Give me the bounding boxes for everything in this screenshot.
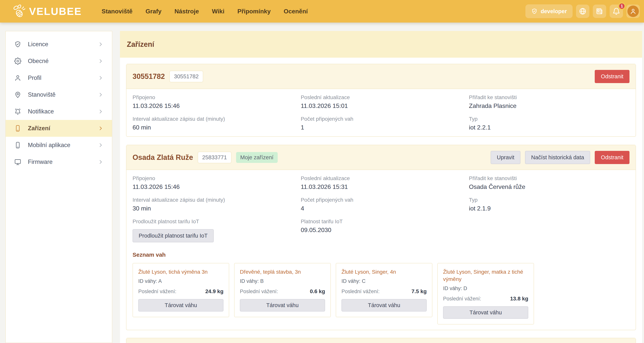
extend-tariff-button[interactable]: Prodloužit platnost tarifu IoT <box>132 229 214 242</box>
chevron-right-icon <box>98 75 104 81</box>
nav-item-wiki[interactable]: Wiki <box>212 8 224 15</box>
tare-scale-button[interactable]: Tárovat váhu <box>240 299 325 312</box>
device-field: Interval aktualizace zápisu dat (minuty)… <box>132 197 293 212</box>
sidebar-item-profil[interactable]: Profil <box>6 70 112 86</box>
field-label: Připojeno <box>132 94 293 100</box>
tare-scale-button[interactable]: Tárovat váhu <box>443 306 528 319</box>
sidebar-item-label: Firmware <box>28 158 91 166</box>
logo[interactable]: VeluBee <box>12 4 82 19</box>
smartphone-icon <box>14 142 22 149</box>
device-code-badge: 30551782 <box>170 71 203 82</box>
sidebar-item-label: Notifikace <box>28 108 91 115</box>
device-card-header: Osada Zlatá Ruže 25833771 Moje zařízení … <box>126 145 636 170</box>
nav-item-stanoviste[interactable]: Stanoviště <box>102 8 132 15</box>
chevron-right-icon <box>98 92 104 98</box>
field-value: 11.03.2026 15:46 <box>132 102 293 110</box>
account-button[interactable] <box>626 4 640 18</box>
language-button[interactable] <box>576 4 590 18</box>
device-card-header: U koní 52057843 Odstranit <box>126 338 636 343</box>
nav-item-nastroje[interactable]: Nástroje <box>174 8 199 15</box>
field-label: Prodloužit platnost tarifu IoT <box>132 218 293 224</box>
developer-badge-label: developer <box>541 8 567 14</box>
device-field: Připojeno 11.03.2026 15:46 <box>132 94 293 110</box>
page-title: Zařízení <box>127 40 154 48</box>
device-card-header: 30551782 30551782 Odstranit <box>126 64 636 88</box>
news-button[interactable] <box>593 4 606 18</box>
scale-id: ID váhy: B <box>240 278 325 284</box>
delete-device-button[interactable]: Odstranit <box>595 151 630 164</box>
scale-id: ID váhy: C <box>342 278 427 284</box>
chevron-right-icon <box>98 142 104 148</box>
sidebar-item-mobilni-aplikace[interactable]: Mobilní aplikace <box>6 137 112 154</box>
last-weighing-value: 0.6 kg <box>310 288 325 294</box>
field-value: 30 min <box>132 205 293 212</box>
last-weighing-label: Poslední vážení: <box>342 288 380 294</box>
map-pin-icon <box>14 91 22 98</box>
field-label: Počet připojených vah <box>301 116 462 122</box>
device-field: Přiřadit ke stanovišti Osada Červená růž… <box>469 175 630 190</box>
scales-list: Žluté Lyson, tichá výměna 3n ID váhy: A … <box>132 263 630 324</box>
tare-scale-button[interactable]: Tárovat váhu <box>342 299 427 312</box>
device-field: Typ iot 2.1.9 <box>469 197 630 212</box>
sidebar-item-label: Licence <box>28 41 91 48</box>
device-card: U koní 52057843 Odstranit <box>126 338 636 343</box>
bee-logo-icon <box>12 4 27 19</box>
chevron-right-icon <box>98 42 104 47</box>
nav-item-oceneni[interactable]: Ocenění <box>284 8 308 15</box>
device-card: Osada Zlatá Ruže 25833771 Moje zařízení … <box>126 145 636 330</box>
field-label: Poslední aktualizace <box>301 94 462 100</box>
globe-icon <box>579 7 587 15</box>
delete-device-button[interactable]: Odstranit <box>595 70 630 83</box>
last-weighing-label: Poslední vážení: <box>443 296 481 302</box>
devices-list: 30551782 30551782 Odstranit Připojeno 11… <box>120 64 642 343</box>
load-history-button[interactable]: Načíst historická data <box>525 151 590 164</box>
tare-scale-button[interactable]: Tárovat váhu <box>138 299 224 312</box>
device-code-badge: 25833771 <box>198 152 232 163</box>
avatar <box>628 6 639 17</box>
last-weighing-value: 7.5 kg <box>412 288 427 294</box>
last-weighing-value: 13.8 kg <box>510 296 528 302</box>
gear-icon <box>14 58 22 65</box>
nav-item-pripominky[interactable]: Připomínky <box>238 8 271 15</box>
sidebar-item-notifikace[interactable]: Notifikace <box>6 103 112 120</box>
last-weighing-value: 24.9 kg <box>205 288 224 294</box>
device-field: Typ iot 2.2.1 <box>469 116 630 131</box>
sidebar-item-licence[interactable]: Licence <box>6 36 112 53</box>
tariff-extend-block: Prodloužit platnost tarifu IoT Prodlouži… <box>132 218 293 242</box>
topbar: VeluBee Stanoviště Grafy Nástroje Wiki P… <box>0 0 644 22</box>
notifications-button[interactable]: 1 <box>610 4 623 18</box>
field-label: Interval aktualizace zápisu dat (minuty) <box>132 116 293 122</box>
scale-name: Žluté Lyson, tichá výměna 3n <box>138 268 224 276</box>
scale-card: Žluté Lyson, Singer, matka z tiché výměn… <box>437 263 534 324</box>
scales-heading: Seznam vah <box>132 252 630 258</box>
field-label: Typ <box>469 116 630 122</box>
scale-name: Žluté Lyson, Singer, matka z tiché výměn… <box>443 268 528 283</box>
sidebar-item-zarizeni[interactable]: Zařízení <box>6 120 112 137</box>
sidebar-item-firmware[interactable]: Firmware <box>6 154 112 170</box>
device-name: Osada Zlatá Ruže <box>132 153 193 162</box>
news-icon <box>596 7 604 15</box>
device-field: Poslední aktualizace 11.03.2026 15:01 <box>301 94 462 110</box>
field-label: Počet připojených vah <box>301 197 462 203</box>
field-label: Připojeno <box>132 175 293 182</box>
sidebar-item-stanoviste[interactable]: Stanoviště <box>6 86 112 103</box>
device-card: 30551782 30551782 Odstranit Připojeno 11… <box>126 64 636 137</box>
field-label: Platnost tarifu IoT <box>301 218 462 224</box>
field-label: Přiřadit ke stanovišti <box>469 94 630 100</box>
chevron-right-icon <box>98 159 104 165</box>
device-field: Interval aktualizace zápisu dat (minuty)… <box>132 116 293 131</box>
main-nav: Stanoviště Grafy Nástroje Wiki Připomínk… <box>102 8 308 15</box>
chevron-right-icon <box>98 109 104 114</box>
field-value: 60 min <box>132 124 293 131</box>
field-value: 11.03.2026 15:01 <box>301 102 462 110</box>
nav-item-grafy[interactable]: Grafy <box>146 8 162 15</box>
sidebar-item-label: Obecné <box>28 58 91 64</box>
scale-id: ID váhy: A <box>138 278 224 284</box>
bell-icon <box>14 108 22 115</box>
field-value: 11.03.2026 15:46 <box>132 183 293 190</box>
device-field: Připojeno 11.03.2026 15:46 <box>132 175 293 190</box>
sidebar-item-obecne[interactable]: Obecné <box>6 53 112 70</box>
main-panel: Zařízení 30551782 30551782 Odstranit Při… <box>120 31 642 343</box>
developer-badge[interactable]: developer <box>526 4 572 18</box>
edit-device-button[interactable]: Upravit <box>491 151 520 164</box>
